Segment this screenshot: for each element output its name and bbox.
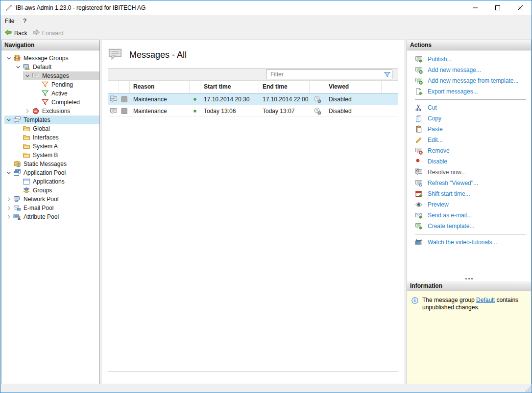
column-header-icon[interactable] [119, 81, 130, 93]
back-button[interactable]: Back [2, 27, 30, 39]
action-add-message[interactable]: Add new message... [407, 65, 531, 75]
action-video-tutorials[interactable]: Watch the video-tutorials... [407, 237, 531, 248]
templates-icon [13, 116, 21, 124]
cell-start-time: Today 13:06 [200, 105, 259, 116]
tree-item-applications[interactable]: Applications [1, 177, 99, 186]
expander-collapsed-icon[interactable] [4, 195, 13, 203]
tree-item-system-a[interactable]: System A [1, 142, 99, 151]
attribute-pool-icon [13, 213, 21, 221]
tree-item-label: Completed [51, 99, 83, 106]
filter-input[interactable] [266, 71, 382, 78]
action-copy[interactable]: Copy [407, 113, 531, 124]
expander-collapsed-icon[interactable] [4, 213, 13, 221]
tree-item-e-mail-pool[interactable]: E-mail Pool [1, 204, 99, 212]
folder-icon [23, 134, 30, 141]
tree-item-active[interactable]: Active [1, 89, 99, 98]
tree-item-exclusions[interactable]: Exclusions [1, 107, 99, 116]
tree-item-attribute-pool[interactable]: Attribute Pool [1, 212, 99, 221]
action-resolve-now[interactable]: Resolve now... [407, 167, 531, 178]
column-header-end-time[interactable]: End time [259, 81, 310, 93]
forward-button[interactable]: Forward [30, 27, 67, 39]
right-panel: Actions Publish...Add new message...Add … [407, 40, 532, 384]
tree-item-application-pool[interactable]: Application Pool [1, 168, 99, 177]
page-title-row: Messages - All [101, 40, 405, 63]
cut-icon [415, 104, 423, 112]
folder-icon [23, 125, 30, 133]
maximize-button[interactable] [486, 0, 509, 15]
menu-help[interactable]: ? [19, 16, 31, 26]
action-send-email[interactable]: Send as e-mail... [407, 210, 531, 221]
expander-expanded-icon[interactable] [4, 116, 13, 124]
action-create-template[interactable]: Create template... [407, 221, 531, 231]
tree-item-pending[interactable]: Pending [1, 80, 99, 89]
actions-panel-header: Actions [407, 40, 531, 50]
funnel-red-icon [41, 98, 49, 106]
expander-placeholder [32, 98, 41, 106]
tree-item-label: E-mail Pool [24, 205, 56, 211]
column-header-filler [382, 81, 398, 93]
tree-item-interfaces[interactable]: Interfaces [1, 133, 99, 142]
expander-collapsed-icon[interactable] [23, 107, 32, 115]
remove-icon [415, 147, 423, 155]
tree-item-groups[interactable]: Groups [1, 186, 99, 195]
action-label: Paste [428, 126, 443, 133]
action-publish[interactable]: Publish... [407, 54, 531, 65]
action-paste[interactable]: Paste [407, 124, 531, 135]
action-remove[interactable]: Remove [407, 145, 531, 156]
close-button[interactable] [509, 0, 532, 15]
tree-item-completed[interactable]: Completed [1, 98, 99, 107]
resolve-now-icon [415, 168, 423, 176]
action-refresh-viewed[interactable]: Refresh "Viewed"... [407, 178, 531, 188]
network-pool-icon [13, 195, 21, 203]
cell-start-time: 17.10.2014 20:30 [200, 94, 259, 105]
action-cut[interactable]: Cut [407, 102, 531, 113]
column-header-icon[interactable] [190, 81, 200, 93]
table-row[interactable]: Maintenance17.10.2014 20:3017.10.2014 22… [108, 93, 398, 105]
actions-list: Publish...Add new message...Add new mess… [407, 50, 531, 277]
tree-item-label: Messages [42, 72, 72, 79]
tree-item-default[interactable]: Default [1, 63, 99, 71]
expander-expanded-icon[interactable] [23, 72, 32, 80]
tree-item-message-groups[interactable]: Message Groups [1, 54, 99, 63]
action-label: Export messages... [428, 88, 478, 95]
cell-end-time: Today 13:07 [259, 105, 310, 116]
table-row[interactable]: MaintenanceToday 13:06Today 13:07Disable… [108, 105, 398, 117]
expander-expanded-icon[interactable] [4, 169, 13, 177]
tree-item-global[interactable]: Global [1, 124, 99, 133]
expander-collapsed-icon[interactable] [4, 204, 13, 212]
panel-splitter[interactable] [407, 277, 531, 281]
column-header-reason[interactable]: Reason [130, 81, 190, 93]
tree-item-templates[interactable]: Templates [1, 116, 99, 124]
action-label: Edit... [428, 137, 443, 143]
copy-icon [415, 115, 423, 122]
expander-placeholder [32, 81, 41, 89]
tree-item-messages[interactable]: Messages [1, 71, 99, 80]
expander-placeholder [32, 90, 41, 97]
tree-item-static-messages[interactable]: Static Messages [1, 160, 99, 168]
action-export-messages[interactable]: Export messages... [407, 86, 531, 97]
column-header-icon[interactable] [310, 81, 325, 93]
information-body: The message group Default contains unpub… [407, 291, 531, 384]
menu-file[interactable]: File [0, 16, 19, 26]
default-group-link[interactable]: Default [476, 297, 495, 303]
resize-grip[interactable] [525, 386, 531, 392]
expander-expanded-icon[interactable] [14, 63, 23, 71]
funnel-orange-icon [41, 81, 49, 89]
action-preview[interactable]: Preview [407, 199, 531, 210]
action-shift-start-time[interactable]: Shift start time... [407, 188, 531, 199]
column-header-icon[interactable] [108, 81, 119, 93]
add-message-icon [415, 66, 423, 74]
minimize-button[interactable] [464, 0, 486, 15]
action-add-message-template[interactable]: Add new message from template... [407, 75, 531, 86]
column-header-start-time[interactable]: Start time [200, 81, 259, 93]
column-header-viewed[interactable]: Viewed [325, 81, 382, 93]
tree-item-network-pool[interactable]: Network Pool [1, 195, 99, 204]
action-label: Resolve now... [428, 169, 466, 176]
title-bar: IBI-aws Admin 1.23.0 - registered for IB… [0, 0, 532, 15]
expander-expanded-icon[interactable] [4, 54, 13, 62]
action-disable[interactable]: Disable [407, 156, 531, 167]
cell-viewed: Disabled [325, 94, 382, 105]
action-edit[interactable]: Edit... [407, 135, 531, 145]
tree-item-label: Global [33, 125, 53, 132]
tree-item-system-b[interactable]: System B [1, 151, 99, 160]
